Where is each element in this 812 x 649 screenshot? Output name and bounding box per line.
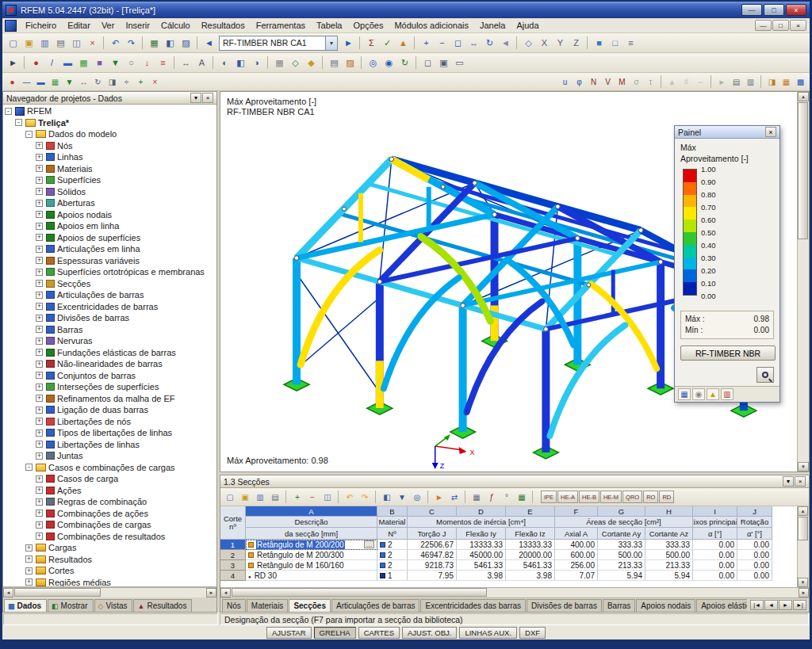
toolbar-icon[interactable]: ▤ <box>53 36 68 51</box>
tree-item[interactable]: + Resultados <box>3 554 216 566</box>
status-toggle-button[interactable]: GRELHA <box>314 627 356 639</box>
navigator-hscrollbar[interactable]: ◄ ► <box>3 587 216 597</box>
toolbar-icon[interactable]: − <box>435 36 450 51</box>
alpha-prime-cell[interactable]: 0.00 <box>737 550 772 560</box>
axial-a-cell[interactable]: 256.00 <box>555 560 598 571</box>
tree-expander[interactable]: - <box>5 108 12 115</box>
table-tab[interactable]: Nós <box>222 599 246 612</box>
chevron-down-icon[interactable]: ▼ <box>325 36 337 50</box>
tree-expander[interactable]: + <box>36 349 43 356</box>
table-hscrollbar[interactable]: ◄ ► <box>220 587 809 597</box>
tree-item[interactable]: + Combinações de cargas <box>3 519 216 531</box>
tree-item[interactable]: + Articulações de barras <box>3 289 216 301</box>
toolbar-icon[interactable]: ◎ <box>366 55 381 71</box>
panel-tab-icon[interactable]: ▦ <box>678 388 691 400</box>
cortante-ay-cell[interactable]: 213.33 <box>598 560 645 571</box>
toolbar-icon[interactable]: ▢ <box>6 36 21 51</box>
toolbar-icon[interactable]: ◫ <box>69 36 84 51</box>
toolbar-icon[interactable]: × <box>148 75 162 89</box>
toolbar-icon[interactable]: □ <box>607 36 622 51</box>
tab-nav-button[interactable]: ► <box>779 600 792 610</box>
section-description-cell[interactable]: RD 30 … <box>246 571 377 581</box>
maximize-button[interactable]: □ <box>764 4 784 16</box>
tree-expander[interactable]: + <box>36 384 43 391</box>
toolbar-icon[interactable]: ° <box>500 490 514 504</box>
toolbar-icon[interactable]: ◨ <box>105 75 119 89</box>
status-toggle-button[interactable]: AJUST. OBJ. <box>402 627 457 639</box>
toolbar-icon[interactable]: ▤ <box>327 55 342 71</box>
tree-item[interactable]: + Nervuras <box>3 335 216 347</box>
toolbar-icon[interactable]: ▼ <box>63 75 76 89</box>
section-description-cell[interactable]: Retângulo de M 200/200 … <box>246 540 377 550</box>
axial-a-cell[interactable]: 400.00 <box>555 540 598 550</box>
tree-expander[interactable]: + <box>36 223 43 230</box>
mdi-control-button[interactable]: □ <box>772 20 789 31</box>
toolbar-icon[interactable]: ◧ <box>163 36 178 51</box>
tree-item[interactable]: + Ações <box>3 485 216 497</box>
tree-item[interactable]: + Nós <box>3 140 216 152</box>
toolbar-icon[interactable]: ◧ <box>380 490 394 504</box>
tree-expander[interactable]: + <box>36 418 43 425</box>
section-type-button[interactable]: IPE <box>541 491 557 503</box>
column-letter[interactable]: H <box>645 506 693 517</box>
menu-item[interactable]: Módulos adicionais <box>389 19 474 32</box>
flexao-iy-cell[interactable]: 13333.33 <box>457 540 506 550</box>
toolbar-icon[interactable]: ÷ <box>120 75 133 89</box>
tree-item[interactable]: + Tipos de libertações de linhas <box>3 427 216 439</box>
material-cell[interactable]: 2 <box>377 550 408 560</box>
navigator-tab[interactable]: ◇ Vistas <box>94 599 133 612</box>
toolbar-icon[interactable]: M <box>615 75 629 89</box>
column-letter[interactable]: J <box>737 506 772 517</box>
menu-item[interactable]: Inserir <box>120 19 155 32</box>
tree-item[interactable]: + Combinações de resultados <box>3 531 216 543</box>
tree-expander[interactable]: + <box>25 578 33 586</box>
toolbar-icon[interactable]: ƒ <box>485 490 499 504</box>
table-row[interactable]: 2 Retângulo de M 200/300 … <box>220 550 797 560</box>
toolbar-icon[interactable]: ▼ <box>395 490 409 504</box>
tree-expander[interactable]: + <box>36 280 43 287</box>
tree-expander[interactable]: + <box>36 188 43 195</box>
toolbar-icon[interactable]: / <box>44 55 59 71</box>
cortante-az-cell[interactable]: 5.94 <box>645 571 693 581</box>
toolbar-icon[interactable]: ◻ <box>450 36 465 51</box>
toolbar-icon[interactable]: ↷ <box>358 490 372 504</box>
table-tab[interactable]: Apoios nodais <box>636 599 695 612</box>
toolbar-icon[interactable]: ◎ <box>410 490 424 504</box>
column-letter[interactable]: I <box>693 506 737 517</box>
toolbar-icon[interactable]: ► <box>6 55 21 71</box>
cortante-az-cell[interactable]: 213.33 <box>645 560 693 571</box>
toolbar-icon[interactable]: ▨ <box>178 36 193 51</box>
menu-item[interactable]: Tabela <box>311 19 347 32</box>
tree-expander[interactable]: + <box>36 154 43 161</box>
cortante-ay-cell[interactable]: 5.94 <box>598 571 645 581</box>
navigator-tab[interactable]: ▦ Dados <box>4 599 47 612</box>
panel-tab-icon[interactable]: ▥ <box>721 388 733 400</box>
material-cell[interactable]: 1 <box>377 571 408 581</box>
flexao-iy-cell[interactable]: 45000.00 <box>457 550 506 560</box>
tree-expander[interactable]: + <box>36 269 43 276</box>
tree-item[interactable]: + Barras <box>3 324 216 336</box>
table-tab[interactable]: Divisões de barras <box>527 599 602 612</box>
toolbar-icon[interactable]: # <box>680 75 693 89</box>
toolbar-icon[interactable]: ■ <box>92 55 107 71</box>
tree-item[interactable]: + Combinações de ações <box>3 508 216 520</box>
scroll-left-icon[interactable]: ◄ <box>220 588 231 597</box>
mdi-control-button[interactable]: — <box>755 20 772 31</box>
tab-nav-button[interactable]: ◄ <box>764 600 778 610</box>
tree-expander[interactable]: + <box>36 498 43 506</box>
panel-close-icon[interactable]: × <box>765 127 776 137</box>
cortante-ay-cell[interactable]: 500.00 <box>598 550 645 560</box>
alpha-cell[interactable]: 0.00 <box>693 540 737 550</box>
menu-item[interactable]: Editar <box>62 19 96 32</box>
tree-expander[interactable]: + <box>36 177 43 184</box>
toolbar-icon[interactable]: ≡ <box>623 36 638 51</box>
scroll-down-icon[interactable]: ▼ <box>798 578 808 587</box>
column-letter[interactable]: B <box>377 506 408 517</box>
tree-expander[interactable]: + <box>36 475 43 483</box>
axial-a-cell[interactable]: 600.00 <box>555 550 598 560</box>
torsion-j-cell[interactable]: 46947.82 <box>408 550 457 560</box>
toolbar-icon[interactable]: ≡ <box>155 55 170 71</box>
tree-item[interactable]: + Linhas <box>3 151 216 163</box>
minimize-button[interactable]: — <box>741 4 762 16</box>
tree-expander[interactable]: + <box>25 567 33 575</box>
